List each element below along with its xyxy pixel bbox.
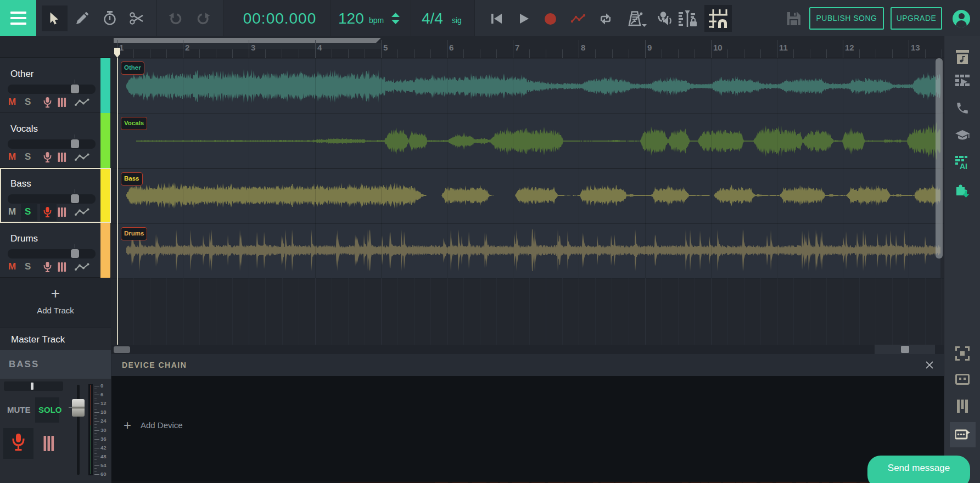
svg-text:AI: AI [960,162,967,170]
